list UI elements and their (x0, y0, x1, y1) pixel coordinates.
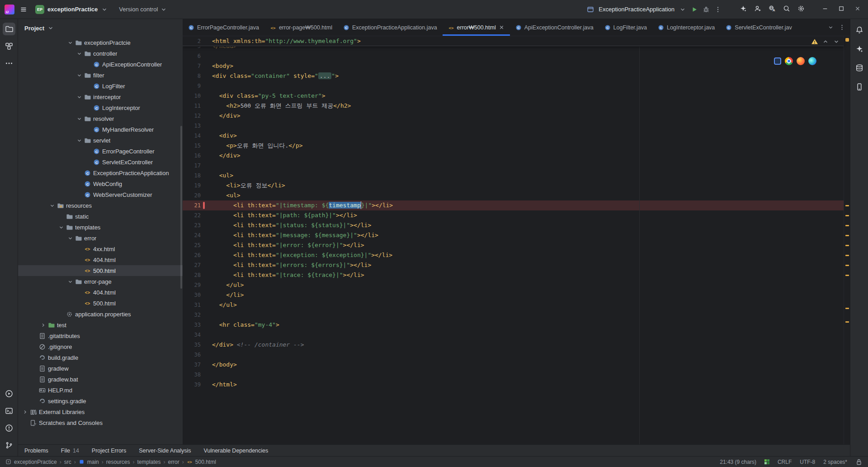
editor-tab[interactable]: CLogFilter.java (599, 19, 652, 36)
chevron-right-icon[interactable] (21, 409, 29, 415)
tree-item[interactable]: CServletExController (18, 157, 183, 167)
tool-strip-button-device[interactable] (853, 81, 866, 93)
tree-item[interactable]: test (18, 319, 183, 330)
tab-options-icon[interactable] (839, 24, 845, 31)
warning-stripe-mark[interactable] (845, 235, 849, 236)
tool-strip-button-database[interactable] (853, 62, 866, 74)
tree-item[interactable]: resources (18, 200, 183, 211)
tree-item[interactable]: servlet (18, 135, 183, 146)
chevron-down-icon[interactable] (75, 138, 83, 143)
warning-stripe-mark[interactable] (845, 225, 849, 226)
code-line[interactable]: 10 <div class="py-5 text-center"> (183, 91, 844, 101)
code-line[interactable]: 2<html xmlns:th="http://www.thymeleaf.or… (183, 36, 844, 46)
inspection-widget[interactable] (811, 38, 840, 45)
editor-tab[interactable]: CErrorPageController.java (183, 19, 264, 36)
chevron-down-icon[interactable] (75, 51, 83, 57)
editor-tab[interactable]: CExceptionPracticeApplication.java (338, 19, 443, 36)
code-line[interactable]: 30 </li> (183, 290, 844, 300)
chevron-down-icon[interactable] (57, 224, 65, 230)
status-grid-icon[interactable] (764, 459, 769, 464)
translate-button[interactable]: A (769, 5, 776, 14)
code-line[interactable]: 5</head> (183, 47, 844, 51)
code-line[interactable]: 27 <li th:text="|errors: ${errors}|"></l… (183, 260, 844, 270)
more-actions-icon[interactable] (714, 6, 722, 13)
code-line[interactable]: 31 </ul> (183, 300, 844, 310)
project-panel-header[interactable]: Project (18, 19, 183, 37)
chevron-down-icon[interactable] (75, 94, 83, 100)
tree-item[interactable]: resolver (18, 113, 183, 124)
code-line[interactable]: 32 (183, 310, 844, 320)
bottom-tab[interactable]: File14 (61, 448, 79, 454)
tree-item[interactable]: static (18, 211, 183, 222)
code-line[interactable]: 29 </ul> (183, 280, 844, 290)
editor[interactable]: 2<html xmlns:th="http://www.thymeleaf.or… (183, 36, 850, 444)
breadcrumb-item[interactable]: templates (137, 459, 160, 465)
tree-item[interactable]: interceptor (18, 91, 183, 102)
user-plus-button[interactable] (754, 5, 761, 14)
code-line[interactable]: 35</div> <!-- /container --> (183, 340, 844, 350)
tree-item[interactable]: templates (18, 222, 183, 233)
search-button[interactable] (783, 5, 790, 14)
tree-item[interactable]: error (18, 233, 183, 243)
tool-strip-button-services[interactable] (3, 387, 15, 400)
tool-strip-button-git-branch[interactable] (3, 439, 15, 452)
warning-stripe-mark[interactable] (845, 215, 849, 216)
builtin-preview-browser-icon[interactable] (774, 57, 781, 65)
tree-item[interactable]: CExceptionPracticeApplication (18, 167, 183, 178)
code-line[interactable]: 33 <hr class="my-4"> (183, 320, 844, 330)
chevron-down-icon[interactable] (66, 40, 74, 46)
code-line[interactable]: 37</body> (183, 360, 844, 370)
tree-item[interactable]: CLogInterceptor (18, 102, 183, 113)
tool-strip-button-terminal[interactable] (3, 405, 15, 417)
code-line[interactable]: 11 <h2>500 오류 화면 스프링 부트 제공</h2> (183, 101, 844, 111)
chevron-down-icon[interactable] (75, 72, 83, 78)
debug-button[interactable] (703, 6, 710, 13)
close-tab-icon[interactable] (499, 24, 505, 30)
tree-item[interactable]: CWebConfig (18, 178, 183, 189)
tree-item[interactable]: .gitattributes (18, 330, 183, 341)
chevron-down-icon[interactable] (48, 203, 56, 209)
tree-item[interactable]: <>404.html (18, 254, 183, 265)
tree-item[interactable]: gradlew (18, 363, 183, 374)
code-line[interactable]: 18 <ul> (183, 171, 844, 181)
tree-item[interactable]: <>4xx.html (18, 243, 183, 254)
error-stripe[interactable] (844, 36, 850, 444)
code-line[interactable]: 39</html> (183, 380, 844, 390)
line-ending[interactable]: CRLF (778, 459, 792, 465)
run-button[interactable] (691, 6, 698, 13)
tool-strip-button-ai[interactable] (853, 43, 866, 55)
ai-button[interactable] (740, 5, 747, 14)
code-line[interactable]: 28 <li th:text="|trace: ${trace}|"></li> (183, 270, 844, 280)
chevron-down-icon[interactable] (75, 116, 83, 122)
tree-item[interactable]: settings.gradle (18, 396, 183, 406)
breadcrumb-item[interactable]: error (168, 459, 179, 465)
tree-item[interactable]: External Libraries (18, 406, 183, 417)
breadcrumb-item[interactable]: 500.html (195, 459, 216, 465)
caret-position[interactable]: 21:43 (9 chars) (720, 459, 756, 465)
breadcrumb-item[interactable]: resources (106, 459, 130, 465)
tool-strip-button-notifications[interactable] (853, 24, 866, 36)
tool-strip-button-more[interactable] (3, 57, 15, 70)
tree-item[interactable]: CWebServerCustomizer (18, 189, 183, 200)
chevron-down-icon[interactable] (679, 6, 686, 13)
editor-tab[interactable]: <>error₩500.html (443, 19, 510, 36)
code-line[interactable]: 8<div class="container" style="..."> (183, 71, 844, 81)
tool-strip-button-structure[interactable] (3, 40, 15, 52)
tool-strip-button-project[interactable] (3, 23, 15, 35)
warning-stripe-mark[interactable] (845, 275, 849, 276)
code-line[interactable]: 15 <p>오류 화면 입니다.</p> (183, 141, 844, 151)
chevron-down-icon[interactable] (66, 279, 74, 285)
code-line[interactable]: 24 <li th:text="|message: ${message}|"><… (183, 230, 844, 240)
warning-stripe-mark[interactable] (845, 245, 849, 246)
bottom-tab[interactable]: Project Errors (92, 448, 126, 454)
editor-tab[interactable]: CServletExController.jav (720, 19, 797, 36)
code-line[interactable]: 12 </div> (183, 111, 844, 121)
code-line[interactable]: 6 (183, 51, 844, 61)
code-line[interactable]: 7<body> (183, 61, 844, 71)
chevron-down-icon[interactable] (833, 38, 840, 45)
warning-stripe-mark[interactable] (845, 308, 849, 309)
bottom-tab[interactable]: Server-Side Analysis (139, 448, 191, 454)
code-line[interactable]: 16 </div> (183, 151, 844, 161)
firefox-browser-icon[interactable] (797, 57, 805, 65)
tree-item[interactable]: filter (18, 70, 183, 81)
